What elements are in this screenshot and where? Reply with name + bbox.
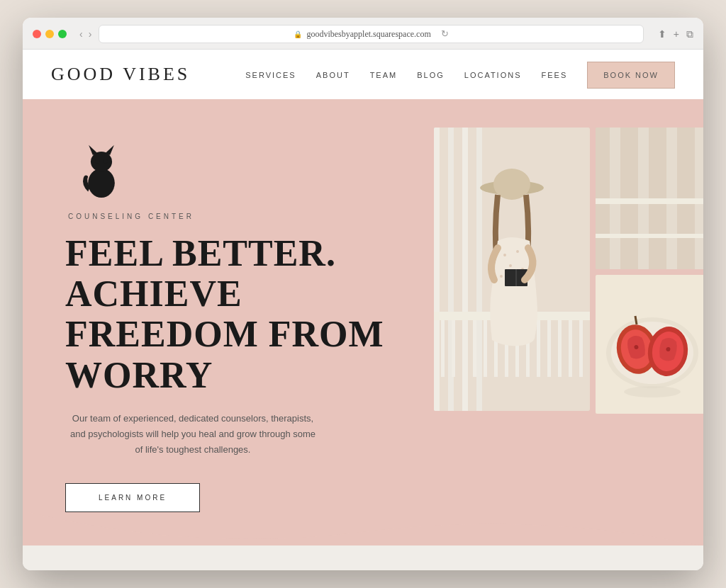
traffic-lights (33, 30, 67, 38)
address-bar[interactable]: 🔒 goodvibesbyapplet.squarespace.com ↻ (99, 25, 643, 43)
svg-point-30 (509, 264, 512, 267)
navbar: GOOD VIBES SERVICES ABOUT TEAM BLOG LOCA… (23, 50, 703, 99)
svg-point-53 (624, 386, 681, 397)
svg-rect-23 (558, 320, 562, 377)
cat-icon (77, 142, 126, 198)
svg-point-29 (516, 250, 519, 253)
svg-point-32 (500, 275, 503, 278)
svg-rect-15 (473, 320, 476, 377)
svg-point-0 (88, 169, 115, 198)
hero-description: Our team of experienced, dedicated couns… (65, 411, 320, 458)
wave-divider (23, 511, 703, 553)
nav-item-about[interactable]: ABOUT (316, 68, 350, 81)
browser-chrome: ‹ › 🔒 goodvibesbyapplet.squarespace.com … (23, 18, 703, 50)
nav-item-fees[interactable]: FEES (542, 68, 568, 81)
nav-item-team[interactable]: TEAM (370, 68, 398, 81)
hero-left-content: COUNSELING CENTER FEEL BETTER. ACHIEVE F… (65, 128, 406, 512)
maximize-button[interactable] (58, 30, 67, 38)
nav-link-team[interactable]: TEAM (370, 71, 398, 79)
svg-marker-3 (105, 145, 114, 155)
minimize-button[interactable] (45, 30, 54, 38)
nav-item-book[interactable]: BOOK NOW (587, 68, 675, 81)
nav-item-locations[interactable]: LOCATIONS (464, 68, 522, 81)
svg-rect-7 (434, 128, 440, 411)
svg-rect-24 (569, 320, 572, 377)
new-tab-button[interactable]: + (674, 28, 679, 40)
nav-link-services[interactable]: SERVICES (245, 71, 296, 79)
back-button[interactable]: ‹ (79, 28, 83, 40)
hero-secondary-image (596, 128, 703, 269)
hero-section: COUNSELING CENTER FEEL BETTER. ACHIEVE F… (23, 99, 703, 512)
svg-rect-10 (476, 128, 482, 411)
url-text: goodvibesbyapplet.squarespace.com (306, 29, 430, 40)
svg-point-5 (104, 159, 108, 164)
svg-point-28 (503, 254, 506, 256)
nav-link-locations[interactable]: LOCATIONS (464, 71, 522, 79)
hero-subtitle: COUNSELING CENTER (68, 213, 406, 220)
svg-rect-54 (23, 545, 703, 553)
close-button[interactable] (33, 30, 41, 38)
browser-window: ‹ › 🔒 goodvibesbyapplet.squarespace.com … (23, 18, 703, 570)
svg-rect-13 (452, 320, 455, 377)
browser-actions: ⬆ + ⧉ (658, 28, 693, 40)
page-content: GOOD VIBES SERVICES ABOUT TEAM BLOG LOCA… (23, 50, 703, 570)
svg-line-52 (635, 316, 637, 324)
nav-item-blog[interactable]: BLOG (417, 68, 445, 81)
lock-icon: 🔒 (294, 30, 302, 38)
learn-more-button[interactable]: LEARN MORE (65, 483, 200, 512)
hero-main-image (434, 128, 590, 411)
svg-rect-12 (441, 320, 445, 377)
svg-rect-14 (462, 320, 466, 377)
svg-rect-16 (484, 320, 487, 377)
svg-marker-2 (89, 145, 98, 155)
browser-nav-controls: ‹ › (79, 28, 91, 40)
svg-point-4 (96, 159, 100, 164)
hero-third-image (596, 275, 703, 414)
book-now-button[interactable]: BOOK NOW (587, 62, 675, 89)
nav-link-fees[interactable]: FEES (542, 71, 568, 79)
hero-title: FEEL BETTER. ACHIEVE FREEDOM FROM WORRY (65, 233, 406, 395)
svg-rect-21 (537, 320, 540, 377)
svg-rect-22 (547, 320, 551, 377)
svg-rect-25 (579, 320, 583, 377)
nav-item-services[interactable]: SERVICES (245, 68, 296, 81)
hero-right-images (434, 128, 703, 414)
below-hero-section: OUR MISSION (23, 553, 703, 570)
nav-link-blog[interactable]: BLOG (417, 71, 445, 79)
svg-rect-41 (596, 198, 703, 204)
share-button[interactable]: ⬆ (658, 28, 666, 40)
nav-links: SERVICES ABOUT TEAM BLOG LOCATIONS FEES (245, 68, 675, 81)
svg-rect-42 (596, 234, 703, 238)
nav-link-about[interactable]: ABOUT (316, 71, 350, 79)
reload-icon[interactable]: ↻ (441, 28, 449, 40)
tabs-button[interactable]: ⧉ (686, 28, 693, 40)
site-logo[interactable]: GOOD VIBES (51, 64, 190, 85)
hero-image-grid (434, 128, 703, 414)
forward-button[interactable]: › (89, 28, 92, 40)
